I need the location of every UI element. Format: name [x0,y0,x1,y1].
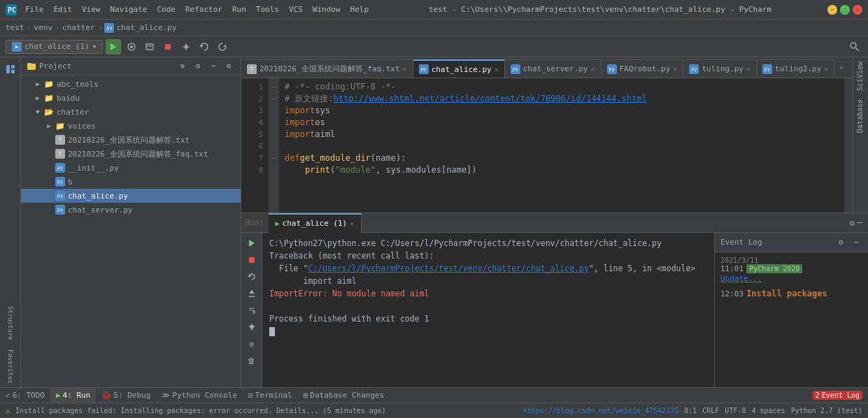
tree-item-abc-tools[interactable]: ▶ 📁 abc_tools [21,77,241,91]
editor-scrollbar[interactable] [844,78,853,212]
menu-bar[interactable]: File Edit View Navigate Code Refactor Ru… [21,3,373,15]
run-tab[interactable]: ▶ chat_alice (1) ✕ [269,213,362,233]
db-changes-tab[interactable]: ⊞ Database Changes [298,388,390,403]
menu-vcs[interactable]: VCS [285,3,307,15]
menu-file[interactable]: File [21,3,48,15]
project-panel-collapse[interactable]: ─ [207,60,220,73]
tree-item-chatter[interactable]: ▼ 📂 chatter [21,105,241,119]
terminal-tab[interactable]: ⊡ Terminal [243,388,298,403]
minimize-button[interactable]: ─ [827,5,837,15]
run-settings-button[interactable]: ⚙ [850,218,855,228]
run-sidebar: ⚙ 🗑 [241,233,262,387]
menu-run[interactable]: Run [228,3,250,15]
coverage-button[interactable] [142,39,157,55]
run-bottom-tab[interactable]: ▶ 4: Run [50,388,96,403]
breadcrumb-chatter[interactable]: chatter [62,23,94,32]
tab-tuling[interactable]: py tuling.py ✕ [683,59,757,78]
sciview-tab[interactable]: SciView [853,57,868,95]
tree-item-voices[interactable]: ▶ 📁 voices [21,119,241,133]
tab-icon-server: py [511,64,520,74]
favorites-panel-toggle[interactable]: Favorites [3,345,18,387]
code-link-2[interactable]: http://www.shtml.net/article/content/tok… [334,93,647,105]
menu-tools[interactable]: Tools [252,3,283,15]
event-update-link[interactable]: Update... [720,274,762,283]
database-tab[interactable]: Database [853,95,868,137]
project-panel-gear[interactable]: ⚙ [222,60,235,73]
tab-close-tuling[interactable]: ✕ [746,65,750,73]
run-trash-button[interactable]: 🗑 [244,353,259,368]
run-soft-wrap-button[interactable] [244,303,259,318]
project-panel-toggle[interactable] [1,60,20,78]
tab-close-faqrobot[interactable]: ✕ [673,65,677,73]
run-pin-button[interactable] [244,319,259,335]
menu-navigate[interactable]: Navigate [106,3,152,15]
tree-item-b[interactable]: py b [21,175,241,189]
todo-tab[interactable]: ✓ 6: TODO [0,388,50,403]
event-log-settings[interactable]: ⚙ [834,236,847,249]
fold-marker-2[interactable]: ─ [269,93,279,105]
menu-window[interactable]: Window [308,3,345,15]
tab-tuling2[interactable]: py tuling2.py ✕ [757,59,834,78]
structure-panel-toggle[interactable]: Structure [3,302,18,344]
breadcrumb-venv[interactable]: venv [34,23,53,32]
tab-chat-server[interactable]: py chat_server.py ✕ [505,59,602,78]
status-python[interactable]: Python 2.7 (test) [791,407,862,415]
run-config-selector[interactable]: ▶ chat_alice (1) ▾ [6,40,103,54]
build-button[interactable] [178,39,194,55]
search-button[interactable] [847,39,862,55]
menu-code[interactable]: Code [152,3,180,15]
code-content[interactable]: # -*- coding:UTF-8 -*- # 原文链接: http://ww… [279,78,844,212]
stop-button[interactable] [160,39,176,55]
menu-view[interactable]: View [78,3,105,15]
event-log-minimize[interactable]: ─ [850,236,862,249]
tab-faqrobot[interactable]: py FAQrobot.py ✕ [602,59,684,78]
tab-close-server[interactable]: ✕ [590,65,595,73]
run-stop-button[interactable] [244,252,259,268]
event-log-badge[interactable]: 2 Event Log [813,391,862,400]
fold-marker-1[interactable]: ─ [269,81,279,93]
python-console-tab[interactable]: ≫ Python Console [156,388,243,403]
fold-marker-7[interactable]: ─ [269,152,279,164]
run-scroll-end-button[interactable] [244,286,259,301]
tabs-overflow[interactable]: » [834,63,848,72]
revert-button[interactable] [215,39,230,55]
project-panel-add[interactable]: ⊕ [176,60,189,73]
menu-edit[interactable]: Edit [50,3,77,15]
status-warning-text[interactable]: Install packages failed: Installing pack… [15,407,386,415]
run-run-button[interactable] [244,236,259,251]
project-panel-settings[interactable]: ⚙ [192,60,204,73]
tab-faq-txt[interactable]: T 20210226_全国系统问题解答_faq.txt ✕ [241,59,413,78]
run-button[interactable] [106,39,121,55]
tab-close-faq[interactable]: ✕ [403,65,407,73]
tree-item-faq-txt2[interactable]: T 20210226_全国系统问题解答_faq.txt [21,147,241,161]
run-file-link[interactable]: C:/Users/l/PycharmProjects/test/venv/cha… [308,264,589,273]
menu-refactor[interactable]: Refactor [181,3,227,15]
status-encoding[interactable]: UTF-8 [725,407,746,415]
update-button[interactable] [197,39,212,55]
status-indent[interactable]: 4 spaces [751,407,785,415]
csdn-link[interactable]: https://blog.csdn.net/weixin_47542175 [522,407,678,415]
tree-item-chat-server[interactable]: py chat_server.py [21,203,241,217]
breadcrumb-test[interactable]: test [6,23,24,32]
maximize-button[interactable]: □ [840,5,850,15]
tab-chat-alice[interactable]: py chat_alice.py ✕ [413,59,505,78]
window-controls[interactable]: ─ □ ✕ [827,5,862,15]
tab-close-alice[interactable]: ✕ [495,66,499,73]
tree-item-init[interactable]: py __init__.py [21,161,241,175]
run-rerun-button[interactable] [244,269,259,284]
tree-item-baidu[interactable]: ▶ 📁 baidu [21,91,241,105]
tree-item-chat-alice[interactable]: py chat_alice.py [21,189,241,203]
tab-close-tuling2[interactable]: ✕ [824,65,828,73]
run-tab-close[interactable]: ✕ [350,220,353,227]
status-crlf[interactable]: CRLF [702,407,719,415]
close-button[interactable]: ✕ [853,5,862,15]
menu-help[interactable]: Help [346,3,373,15]
debug-tab[interactable]: 🐞 5: Debug [96,388,156,403]
terminal-label: Terminal [255,391,292,400]
run-minimize-button[interactable]: ─ [858,218,862,228]
run-settings2-button[interactable]: ⚙ [244,336,259,352]
tree-item-faq-txt[interactable]: T 20210226_全国系统问题解答.txt [21,133,241,147]
status-position[interactable]: 8:1 [684,407,697,415]
event-install-link[interactable]: Install packages [746,289,827,298]
debug-button[interactable] [124,39,139,55]
